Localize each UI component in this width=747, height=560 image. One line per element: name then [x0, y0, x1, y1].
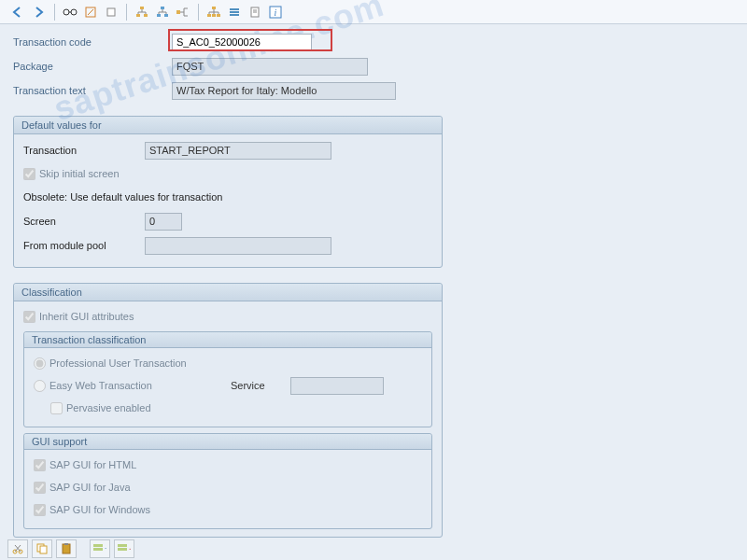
gui-html-checkbox[interactable]: [34, 459, 46, 471]
transaction-classification-title: Transaction classification: [24, 332, 431, 348]
tree3-icon[interactable]: [174, 3, 192, 21]
bottom-toolbar: + −: [7, 539, 134, 558]
svg-rect-8: [161, 7, 164, 9]
svg-rect-29: [64, 543, 68, 545]
info-icon[interactable]: i: [266, 3, 285, 21]
back-icon[interactable]: [9, 3, 28, 21]
forward-icon[interactable]: [30, 3, 49, 21]
svg-rect-18: [230, 14, 239, 16]
edit-icon[interactable]: [81, 3, 100, 21]
svg-rect-27: [40, 546, 47, 553]
svg-rect-33: [118, 544, 127, 547]
svg-rect-17: [230, 11, 239, 13]
from-module-pool-field: [145, 237, 331, 255]
tree1-icon[interactable]: [133, 3, 151, 21]
transaction-label: Transaction: [23, 145, 145, 156]
svg-rect-15: [217, 14, 220, 17]
easy-web-radio[interactable]: [34, 380, 46, 392]
doc-icon[interactable]: [246, 3, 264, 21]
svg-rect-28: [63, 544, 70, 553]
svg-rect-6: [136, 14, 140, 17]
skip-initial-label: Skip initial screen: [39, 168, 120, 179]
new-icon[interactable]: [102, 3, 120, 21]
svg-point-1: [71, 9, 77, 15]
transaction-text-label: Transaction text: [13, 85, 172, 96]
service-field: [290, 377, 384, 395]
paste-icon[interactable]: [56, 539, 77, 558]
prof-user-radio[interactable]: [34, 357, 46, 370]
svg-rect-11: [176, 10, 180, 14]
svg-rect-31: [93, 548, 103, 551]
svg-text:i: i: [275, 7, 277, 18]
svg-text:−: −: [129, 544, 131, 553]
svg-rect-30: [93, 544, 103, 547]
svg-rect-13: [207, 14, 211, 17]
transaction-classification-group: Transaction classification Professional …: [23, 331, 432, 427]
transaction-code-label: Transaction code: [13, 36, 172, 48]
prof-user-label: Professional User Transaction: [49, 357, 187, 369]
default-values-group: Default values for Transaction START_REP…: [13, 116, 443, 268]
pervasive-checkbox[interactable]: [50, 402, 63, 414]
pervasive-label: Pervasive enabled: [66, 402, 151, 413]
gui-java-label: SAP GUI for Java: [49, 482, 131, 493]
gui-java-checkbox[interactable]: [34, 482, 46, 494]
transaction-field: START_REPORT: [145, 142, 331, 160]
transaction-text-field: W/Tax Report for Italy: Modello: [172, 82, 396, 100]
cut-icon[interactable]: [7, 539, 28, 558]
svg-rect-4: [107, 8, 115, 16]
copy-icon[interactable]: [32, 539, 52, 558]
gui-support-group: GUI support SAP GUI for HTML SAP GUI for…: [23, 433, 432, 529]
tree2-icon[interactable]: [153, 3, 172, 21]
package-label: Package: [13, 61, 172, 72]
app-toolbar: i: [0, 0, 747, 24]
classification-group: Classification Inherit GUI attributes Tr…: [13, 283, 443, 538]
hierarchy-icon[interactable]: [204, 3, 223, 21]
inherit-gui-label: Inherit GUI attributes: [39, 311, 134, 322]
screen-field: 0: [145, 213, 182, 231]
obsolete-text: Obsolete: Use default values for transac…: [23, 191, 222, 203]
svg-rect-12: [212, 7, 216, 9]
svg-point-0: [63, 9, 69, 15]
stack-icon[interactable]: [225, 3, 244, 21]
inherit-gui-checkbox[interactable]: [23, 311, 35, 323]
delete-row-icon[interactable]: −: [114, 539, 134, 558]
svg-rect-7: [144, 14, 148, 17]
svg-rect-34: [118, 548, 127, 551]
service-label: Service: [231, 380, 287, 391]
svg-rect-5: [140, 7, 144, 9]
from-module-pool-label: From module pool: [23, 240, 145, 251]
main-content: Transaction code Package FQST Transactio…: [0, 24, 747, 545]
skip-initial-checkbox[interactable]: [23, 168, 35, 180]
insert-row-icon[interactable]: +: [90, 539, 110, 558]
transaction-code-input[interactable]: [172, 34, 312, 51]
glasses-icon[interactable]: [61, 3, 79, 21]
svg-rect-10: [164, 14, 168, 17]
screen-label: Screen: [23, 216, 145, 227]
default-values-title: Default values for: [14, 117, 442, 134]
easy-web-label: Easy Web Transaction: [49, 380, 227, 391]
svg-rect-14: [212, 14, 216, 17]
svg-rect-16: [230, 8, 239, 10]
svg-rect-9: [157, 14, 161, 17]
gui-win-label: SAP GUI for Windows: [49, 504, 150, 515]
gui-html-label: SAP GUI for HTML: [49, 459, 136, 470]
package-field: FQST: [172, 58, 368, 76]
gui-support-title: GUI support: [24, 434, 431, 450]
svg-text:+: +: [105, 544, 106, 553]
gui-win-checkbox[interactable]: [34, 504, 46, 516]
classification-title: Classification: [14, 284, 442, 301]
